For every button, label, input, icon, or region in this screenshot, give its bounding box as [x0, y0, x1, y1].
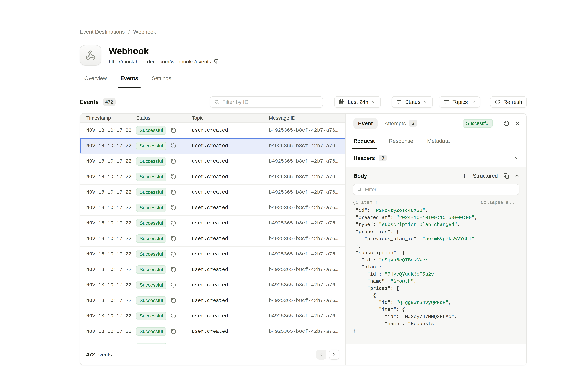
tab-events[interactable]: Events	[120, 75, 138, 88]
row-timestamp: NOV 18 10:17:22	[80, 298, 136, 304]
headers-section[interactable]: Headers 3	[346, 149, 526, 167]
status-badge: Successful	[136, 126, 166, 134]
tab-settings[interactable]: Settings	[152, 75, 171, 88]
row-status: Successful	[136, 296, 192, 305]
table-row[interactable]: NOV 18 10:17:22 Successful user.created …	[80, 138, 346, 154]
status-badge: Successful	[136, 142, 166, 150]
table-header: Timestamp Status Topic Message ID	[80, 114, 346, 123]
table-row[interactable]: NOV 18 10:17:22 Successful user.created …	[80, 246, 346, 262]
row-topic: user.created	[192, 282, 269, 288]
retry-icon[interactable]	[170, 267, 176, 272]
table-row[interactable]: NOV 18 10:17:22 Successful user.created …	[80, 308, 346, 324]
topics-filter-label: Topics	[452, 99, 468, 105]
webhook-url: http://mock.hookdeck.com/webhooks/events	[109, 59, 211, 64]
row-message-id: b4925365-b8cf-42b7-a76…	[269, 236, 346, 242]
row-topic: user.created	[192, 190, 269, 195]
row-message-id: b4925365-b8cf-42b7-a76…	[269, 143, 346, 149]
retry-icon[interactable]	[170, 313, 176, 319]
table-row[interactable]: NOV 18 10:17:22 Successful user.created …	[80, 200, 346, 216]
status-badge: Successful	[136, 188, 166, 196]
table-row[interactable]: NOV 18 10:17:22 Successful user.created …	[80, 262, 346, 278]
retry-icon[interactable]	[170, 190, 176, 195]
chevron-down-icon	[372, 100, 376, 104]
table-row[interactable]: NOV 18 10:17:22 Successful user.created …	[80, 231, 346, 246]
row-timestamp: NOV 18 10:17:22	[80, 236, 136, 242]
status-badge: Successful	[136, 266, 166, 274]
row-status: Successful	[136, 266, 192, 274]
table-row[interactable]: NOV 18 10:17:22 Successful user.created …	[80, 324, 346, 339]
retry-icon[interactable]	[170, 236, 176, 242]
copy-url-button[interactable]	[214, 59, 220, 64]
retry-icon[interactable]	[170, 220, 176, 226]
structured-toggle[interactable]: {} Structured	[463, 173, 498, 179]
json-body-viewer[interactable]: "id": "P2NoRtyZoTc46X3B", "created_at": …	[353, 207, 520, 334]
row-topic: user.created	[192, 298, 269, 304]
table-row[interactable]: NOV 18 10:17:22 Successful user.created …	[80, 216, 346, 231]
json-line: "previous_plan_id": "aezmBVpPksWVY6FT"	[353, 235, 520, 242]
row-timestamp: NOV 18 10:17:22	[80, 220, 136, 226]
column-message-id: Message ID	[269, 115, 346, 121]
close-panel-button[interactable]	[514, 120, 520, 126]
row-topic: user.created	[192, 328, 269, 334]
row-status: Successful	[136, 157, 192, 166]
table-row[interactable]: NOV 18 10:17:22 Successful user.created …	[80, 154, 346, 169]
time-range-button[interactable]: Last 24h	[334, 96, 381, 108]
retry-icon[interactable]	[170, 174, 176, 180]
headers-title: Headers	[354, 155, 375, 161]
table-row[interactable]: NOV 18 10:17:22 Successful user.created …	[80, 278, 346, 293]
status-filter-button[interactable]: Status	[392, 96, 433, 108]
row-message-id: b4925365-b8cf-42b7-a76…	[269, 128, 346, 133]
table-row[interactable]: NOV 18 10:17:22 Successful user.created …	[80, 169, 346, 185]
retry-icon[interactable]	[170, 128, 176, 133]
table-row[interactable]: NOV 18 10:17:22 Successful user.created …	[80, 339, 346, 344]
retry-event-button[interactable]	[503, 120, 510, 126]
status-badge: Successful	[136, 296, 166, 305]
detail-header: Event Attempts 3 Successful	[346, 114, 526, 133]
column-timestamp: Timestamp	[80, 115, 136, 121]
breadcrumb-current[interactable]: Webhook	[133, 29, 156, 35]
retry-icon[interactable]	[170, 143, 176, 149]
prev-page-button[interactable]	[316, 350, 326, 360]
row-message-id: b4925365-b8cf-42b7-a76…	[269, 282, 346, 288]
retry-icon[interactable]	[170, 328, 176, 334]
row-message-id: b4925365-b8cf-42b7-a76…	[269, 267, 346, 272]
row-timestamp: NOV 18 10:17:22	[80, 251, 136, 257]
collapse-all-button[interactable]: Collapse all ↑	[481, 200, 520, 205]
body-filter-input[interactable]	[365, 186, 515, 192]
table-row[interactable]: NOV 18 10:17:22 Successful user.created …	[80, 123, 346, 138]
refresh-button[interactable]: Refresh	[490, 96, 527, 108]
copy-icon	[214, 59, 220, 64]
row-status: Successful	[136, 204, 192, 212]
collapse-body-button[interactable]	[514, 173, 520, 178]
retry-icon[interactable]	[170, 158, 176, 164]
topics-filter-button[interactable]: Topics	[439, 96, 480, 108]
tab-request[interactable]: Request	[354, 133, 375, 149]
retry-icon[interactable]	[170, 298, 176, 304]
tab-metadata[interactable]: Metadata	[427, 133, 450, 149]
attempts-view-tab[interactable]: Attempts 3	[384, 120, 417, 127]
json-line: "name": "Growth",	[353, 278, 520, 285]
row-topic: user.created	[192, 128, 269, 133]
items-count-toggle[interactable]: {1 item ↑	[353, 200, 378, 205]
retry-icon[interactable]	[170, 205, 176, 211]
row-topic: user.created	[192, 143, 269, 149]
event-view-tab[interactable]: Event	[354, 118, 378, 129]
table-row[interactable]: NOV 18 10:17:22 Successful user.created …	[80, 293, 346, 308]
retry-icon[interactable]	[170, 251, 176, 257]
retry-icon[interactable]	[170, 282, 176, 288]
copy-body-button[interactable]	[503, 173, 509, 179]
filter-by-id-input[interactable]	[222, 99, 319, 105]
body-filter-box	[353, 184, 520, 195]
search-icon	[357, 187, 362, 192]
tab-overview[interactable]: Overview	[84, 75, 107, 88]
time-range-label: Last 24h	[348, 99, 368, 105]
next-page-button[interactable]	[329, 350, 339, 360]
chevron-down-icon[interactable]	[514, 155, 520, 161]
chevron-right-icon	[332, 352, 337, 357]
tab-response[interactable]: Response	[389, 133, 413, 149]
row-timestamp: NOV 18 10:17:22	[80, 282, 136, 288]
tabs-divider	[80, 88, 527, 88]
json-line: "properties": {	[353, 228, 520, 236]
table-row[interactable]: NOV 18 10:17:22 Successful user.created …	[80, 185, 346, 200]
breadcrumb-section[interactable]: Event Destinations	[80, 29, 125, 35]
